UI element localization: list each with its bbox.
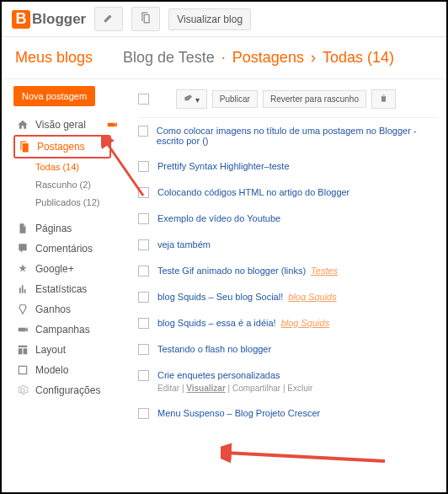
sidebar: Nova postagem Visão geral Postagens Toda… — [2, 79, 128, 433]
breadcrumb: Meus blogs Blog de Teste · Postagens › T… — [2, 37, 446, 79]
post-row: Teste Gif animado no blogger (links)Test… — [138, 258, 436, 284]
revert-button[interactable]: Reverter para rascunho — [263, 90, 366, 108]
post-row: blog Squids – essa é a idéia!blog Squids — [138, 310, 436, 336]
sidebar-item-stats[interactable]: Estatísticas — [13, 279, 128, 299]
share-link[interactable]: Compartilhar — [232, 384, 280, 393]
post-checkbox[interactable] — [138, 344, 149, 355]
delete-button[interactable] — [371, 89, 396, 109]
post-row: Testando o flash no blogger — [138, 336, 436, 362]
view-blog-button[interactable]: Visualizar blog — [168, 8, 251, 30]
content: ▾ Publicar Reverter para rascunho Como c… — [128, 79, 446, 433]
posts-button[interactable] — [131, 7, 160, 31]
post-label[interactable]: Testes — [311, 266, 338, 276]
post-title[interactable]: Testando o flash no blogger — [157, 344, 271, 354]
sidebar-item-overview[interactable]: Visão geral — [13, 115, 128, 135]
sidebar-item-comments[interactable]: Comentários — [13, 239, 128, 259]
post-title[interactable]: blog Squids – Seu blog Social! — [157, 292, 283, 302]
post-row: blog Squids – Seu blog Social!blog Squid… — [138, 284, 436, 310]
post-title[interactable]: Crie enquetes personalizadas — [157, 370, 280, 380]
section-name: Postagens — [232, 49, 304, 67]
post-actions: Editar | Visualizar | Compartilhar | Exc… — [157, 384, 312, 393]
sidebar-item-google[interactable]: Google+ — [13, 259, 128, 279]
post-title[interactable]: Prettify Syntax Highlighter–teste — [157, 161, 290, 171]
view-link[interactable]: Visualizar — [186, 384, 226, 393]
sub-draft[interactable]: Rascunho (2) — [35, 176, 128, 194]
filter-name: Todas (14) — [323, 49, 394, 67]
post-title[interactable]: Colocando códigos HTML no artigo do Blog… — [157, 187, 349, 197]
post-checkbox[interactable] — [138, 370, 149, 381]
logo[interactable]: B Blogger — [12, 10, 86, 29]
post-checkbox[interactable] — [138, 187, 149, 198]
post-row: Como colocar imagens no título de uma po… — [138, 118, 436, 153]
post-row: veja também — [138, 232, 436, 258]
post-title[interactable]: blog Squids – essa é a idéia! — [157, 318, 276, 328]
post-row: Exemplo de vídeo do Youtube — [138, 206, 436, 232]
post-checkbox[interactable] — [138, 318, 149, 329]
post-title[interactable]: Exemplo de vídeo do Youtube — [157, 213, 280, 223]
logo-text: Blogger — [32, 11, 86, 28]
post-title[interactable]: Como colocar imagens no título de uma po… — [157, 126, 417, 146]
sidebar-sub: Todas (14) Rascunho (2) Publicados (12) — [13, 158, 128, 212]
post-label[interactable]: blog Squids — [288, 292, 337, 302]
post-row: Prettify Syntax Highlighter–teste — [138, 153, 436, 180]
sidebar-item-pages[interactable]: Páginas — [13, 218, 128, 239]
sidebar-item-earnings[interactable]: Ganhos — [13, 299, 128, 319]
post-checkbox[interactable] — [138, 161, 149, 172]
delete-link[interactable]: Excluir — [287, 384, 312, 393]
logo-icon: B — [12, 10, 30, 29]
post-checkbox[interactable] — [138, 292, 149, 303]
header: B Blogger Visualizar blog — [2, 2, 446, 37]
svg-line-1 — [225, 453, 385, 461]
post-row: Crie enquetes personalizadasEditar | Vis… — [138, 362, 436, 400]
post-title[interactable]: Menu Suspenso – Blog Projeto Crescer — [157, 408, 320, 418]
select-all-checkbox[interactable] — [138, 94, 149, 105]
my-blogs-link[interactable]: Meus blogs — [15, 49, 93, 67]
megaphone-icon — [106, 119, 118, 131]
sidebar-item-campaigns[interactable]: Campanhas — [13, 319, 128, 340]
sidebar-item-settings[interactable]: Configurações — [13, 380, 128, 400]
sub-published[interactable]: Publicados (12) — [35, 194, 128, 212]
post-title[interactable]: veja também — [157, 239, 211, 250]
publish-button[interactable]: Publicar — [212, 90, 258, 108]
post-row: Colocando códigos HTML no artigo do Blog… — [138, 180, 436, 206]
new-post-button[interactable]: Nova postagem — [13, 86, 95, 106]
post-checkbox[interactable] — [138, 213, 149, 224]
posts-list: Como colocar imagens no título de uma po… — [138, 118, 436, 427]
edit-link[interactable]: Editar — [157, 384, 179, 393]
tag-button[interactable]: ▾ — [176, 89, 207, 109]
toolbar: ▾ Publicar Reverter para rascunho — [138, 86, 436, 118]
blog-name: Blog de Teste — [123, 49, 215, 67]
post-title[interactable]: Teste Gif animado no blogger (links) — [157, 266, 306, 276]
sub-all[interactable]: Todas (14) — [35, 158, 128, 176]
post-checkbox[interactable] — [138, 408, 149, 419]
post-row: Menu Suspenso – Blog Projeto Crescer — [138, 400, 436, 427]
sidebar-item-posts[interactable]: Postagens — [13, 135, 111, 158]
post-checkbox[interactable] — [138, 239, 149, 250]
edit-button[interactable] — [94, 7, 123, 31]
post-checkbox[interactable] — [138, 126, 148, 137]
post-label[interactable]: blog Squids — [281, 318, 330, 328]
sidebar-item-template[interactable]: Modelo — [13, 360, 128, 380]
post-checkbox[interactable] — [138, 266, 149, 277]
sidebar-item-layout[interactable]: Layout — [13, 340, 128, 360]
